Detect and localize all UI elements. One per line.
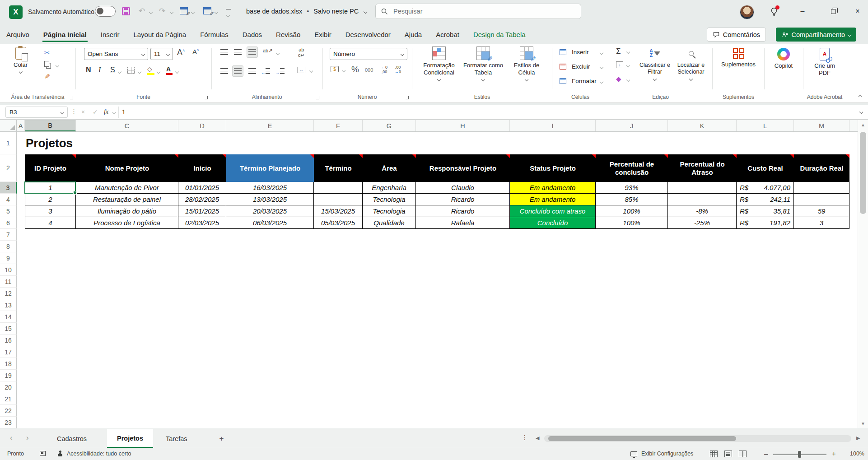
orientation-icon[interactable]: ab↗ bbox=[263, 48, 272, 54]
vertical-scroll-thumb[interactable] bbox=[860, 132, 866, 214]
table-cell[interactable]: 13/03/2025 bbox=[226, 194, 314, 205]
format-painter-icon[interactable]: ✎ bbox=[43, 74, 51, 79]
zoom-out-icon[interactable]: – bbox=[764, 450, 768, 457]
table-cell[interactable]: R$191,82 bbox=[737, 217, 794, 229]
align-center-icon[interactable] bbox=[232, 65, 243, 77]
table-cell[interactable]: R$4.077,00 bbox=[737, 182, 794, 194]
document-title[interactable]: base de dados.xlsx • Salvo neste PC bbox=[246, 8, 367, 15]
decrease-decimal-icon[interactable]: ,00→0 bbox=[395, 65, 401, 74]
table-cell[interactable] bbox=[314, 194, 363, 205]
tab-arquivo[interactable]: Arquivo bbox=[5, 27, 30, 42]
font-size-select[interactable]: 11 bbox=[150, 48, 173, 60]
sheet-tab-cadastros[interactable]: Cadastros bbox=[47, 429, 97, 448]
name-box[interactable]: B3 bbox=[5, 107, 68, 118]
share-button[interactable]: Compartilhamento bbox=[776, 28, 856, 42]
row-header-1[interactable]: 1 bbox=[0, 132, 17, 154]
fill-color-icon[interactable]: ◇ bbox=[147, 65, 154, 75]
table-cell[interactable]: Concluído com atraso bbox=[510, 205, 596, 217]
row-header-12[interactable]: 12 bbox=[0, 288, 17, 299]
page-break-view-icon[interactable] bbox=[739, 451, 747, 457]
underline-chevron-icon[interactable] bbox=[118, 70, 121, 74]
minimize-button[interactable]: – bbox=[792, 0, 813, 23]
increase-font-icon[interactable]: A˄ bbox=[177, 48, 185, 57]
font-name-select[interactable]: Open Sans bbox=[84, 48, 148, 60]
sheet-tab-projetos[interactable]: Projetos bbox=[107, 429, 153, 448]
conditional-formatting-button[interactable]: Formatação Condicional bbox=[418, 46, 460, 81]
redo-icon[interactable]: ↷ bbox=[159, 6, 165, 16]
table-cell[interactable] bbox=[668, 182, 737, 194]
cell-styles-button[interactable]: Estilos de Célula bbox=[506, 46, 547, 81]
clear-icon[interactable]: ◆ bbox=[616, 75, 621, 83]
fx-chevron-icon[interactable] bbox=[112, 111, 116, 114]
table-cell[interactable]: 15/01/2025 bbox=[178, 205, 226, 217]
column-header-E[interactable]: E bbox=[226, 120, 314, 131]
restore-button[interactable] bbox=[823, 0, 844, 23]
comments-button[interactable]: Comentários bbox=[707, 28, 766, 42]
table-cell[interactable] bbox=[314, 182, 363, 194]
table-cell[interactable]: 93% bbox=[596, 182, 668, 194]
table-cell[interactable] bbox=[794, 194, 849, 205]
formula-bar-drag-handle[interactable]: ⋮ bbox=[71, 108, 77, 115]
formula-bar-value[interactable]: 1 bbox=[122, 108, 126, 116]
cut-icon[interactable]: ✂ bbox=[44, 49, 50, 57]
column-header-G[interactable]: G bbox=[363, 120, 416, 131]
table-header-cell[interactable]: Início bbox=[178, 154, 226, 182]
user-avatar[interactable] bbox=[740, 5, 754, 19]
format-cells-chevron-icon[interactable] bbox=[600, 80, 603, 84]
table-cell[interactable]: 20/03/2025 bbox=[226, 205, 314, 217]
table-tool-icon[interactable] bbox=[180, 7, 188, 14]
table-cell[interactable]: 59 bbox=[794, 205, 849, 217]
tab-inserir[interactable]: Inserir bbox=[100, 27, 121, 42]
italic-button[interactable]: I bbox=[98, 66, 101, 74]
table-cell[interactable]: R$35,81 bbox=[737, 205, 794, 217]
table-cell[interactable]: 28/02/2025 bbox=[178, 194, 226, 205]
paste-button[interactable]: Colar bbox=[14, 47, 28, 73]
insert-cells-chevron-icon[interactable] bbox=[600, 51, 603, 55]
format-cells-button[interactable]: Formatar bbox=[560, 78, 597, 84]
table-cell[interactable]: Rafaela bbox=[416, 217, 510, 229]
autosum-icon[interactable]: Σ bbox=[616, 47, 621, 56]
next-sheet-icon[interactable]: › bbox=[26, 433, 29, 442]
table-header-cell[interactable]: Duração Real bbox=[794, 154, 849, 182]
number-format-select[interactable]: Número bbox=[330, 48, 407, 60]
sheet-tab-tarefas[interactable]: Tarefas bbox=[156, 429, 197, 448]
row-header-18[interactable]: 18 bbox=[0, 358, 17, 370]
sort-filter-button[interactable]: AZ Classificar e Filtrar bbox=[638, 46, 672, 80]
confirm-entry-icon[interactable]: ✓ bbox=[93, 108, 98, 116]
expand-formula-bar-icon[interactable] bbox=[859, 110, 863, 114]
tips-lightbulb-icon[interactable] bbox=[770, 7, 778, 18]
delete-cells-chevron-icon[interactable] bbox=[600, 65, 603, 69]
table-cell[interactable]: 15/03/2025 bbox=[314, 205, 363, 217]
column-header-M[interactable]: M bbox=[794, 120, 849, 131]
table-header-cell[interactable]: Responsável Projeto bbox=[416, 154, 510, 182]
table-header-cell[interactable]: Término Planejado bbox=[226, 154, 314, 182]
align-middle-icon[interactable] bbox=[234, 49, 242, 56]
underline-button[interactable]: S bbox=[110, 66, 115, 74]
align-top-icon[interactable] bbox=[220, 49, 228, 56]
row-header-22[interactable]: 22 bbox=[0, 405, 17, 417]
accessibility-status[interactable]: Acessibilidade: tudo certo bbox=[67, 451, 131, 457]
zoom-slider[interactable] bbox=[773, 454, 826, 455]
select-all-corner[interactable] bbox=[0, 120, 17, 131]
table-cell[interactable]: 3 bbox=[794, 217, 849, 229]
row-header-20[interactable]: 20 bbox=[0, 381, 17, 393]
borders-icon[interactable] bbox=[127, 67, 135, 74]
currency-chevron-icon[interactable] bbox=[342, 69, 345, 72]
table-cell[interactable]: 06/03/2025 bbox=[226, 217, 314, 229]
row-header-15[interactable]: 15 bbox=[0, 323, 17, 335]
copy-chevron-icon[interactable] bbox=[56, 64, 59, 67]
tab-design-da-tabela[interactable]: Design da Tabela bbox=[472, 27, 527, 42]
format-as-table-button[interactable]: Formatar como Tabela bbox=[462, 46, 504, 81]
save-icon[interactable] bbox=[122, 7, 130, 15]
table-header-cell[interactable]: Nome Projeto bbox=[76, 154, 178, 182]
row-header-16[interactable]: 16 bbox=[0, 335, 17, 346]
tab-formulas[interactable]: Fórmulas bbox=[199, 27, 229, 42]
zoom-level[interactable]: 100% bbox=[844, 451, 864, 457]
vertical-scrollbar[interactable]: ▲ ▼ bbox=[858, 120, 868, 428]
tab-pagina-inicial[interactable]: Página Inicial bbox=[42, 27, 88, 42]
decrease-indent-icon[interactable]: ← bbox=[261, 68, 270, 75]
table-cell[interactable]: Iluminação do pátio bbox=[76, 205, 178, 217]
row-header-7[interactable]: 7 bbox=[0, 229, 17, 241]
copy-icon[interactable] bbox=[44, 60, 49, 68]
table-cell[interactable]: Engenharia bbox=[363, 182, 416, 194]
